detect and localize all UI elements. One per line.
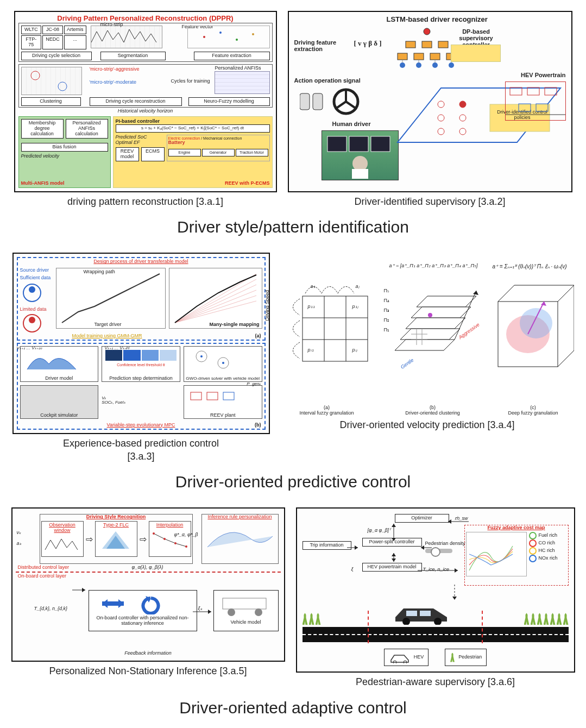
- caption-p3: Experience-based prediction control [3.a…: [63, 437, 219, 463]
- svg-point-2: [236, 39, 238, 41]
- panel-pedestrian: Optimizer ṁ_sw [φ_α φ_β]ᵀ Trip informati…: [296, 507, 575, 688]
- svg-point-5: [58, 82, 67, 91]
- svg-point-13: [424, 28, 430, 35]
- trip-box: Trip information: [303, 541, 351, 550]
- svg-line-84: [558, 350, 574, 367]
- svg-marker-98: [102, 599, 108, 608]
- svg-point-3: [252, 33, 254, 35]
- fig-dppr: Driving Pattern Personalized Reconstruct…: [14, 11, 277, 192]
- svg-marker-73: [395, 340, 455, 350]
- multi-anfis-title: Multi-ANFIS model: [21, 181, 65, 186]
- pedestrians-left: [303, 613, 321, 625]
- mod-label: 'micro-strip'-moderate: [90, 80, 136, 85]
- svg-line-26: [336, 102, 346, 109]
- hev-legend: HEV: [414, 655, 424, 660]
- svg-point-59: [200, 355, 203, 357]
- lstm-title: LSTM-based driver recognizer: [387, 15, 488, 23]
- cockpit-box: Cockpit simulator: [21, 413, 98, 418]
- human-driver-label: Human driver: [332, 121, 371, 127]
- tdk-label: T_{d,k}, n_{d,k}: [34, 606, 68, 612]
- svg-point-80: [428, 313, 432, 317]
- road-icon: [303, 627, 569, 642]
- ecms-box: ECMS: [141, 147, 165, 161]
- pedestrians-right: [524, 613, 569, 625]
- phi-star: φ*_α, φ*_β: [174, 532, 198, 538]
- aplus-sum: a⁺ = Σₙ₌₁ᴮ (θₙ(v))ᵀ Πₙ ε̂ₙ · ωₙ(v): [493, 263, 567, 269]
- svg-line-52: [175, 279, 256, 323]
- hev-legend-icon: [389, 651, 411, 663]
- svg-point-38: [459, 115, 466, 121]
- panel-supervisory: LSTM-based driver recognizer Driving fea…: [288, 11, 572, 208]
- svg-marker-75: [473, 291, 478, 295]
- reev-pecms-title: REEV with P-ECMS: [225, 181, 270, 186]
- svg-marker-106: [208, 610, 211, 614]
- svg-marker-111: [355, 545, 358, 550]
- many-single: Many-single mapping: [209, 322, 259, 328]
- ab-b: (b): [255, 423, 261, 428]
- vehicle-model-icon: [216, 592, 276, 618]
- rule-label: Inference rule personalization: [202, 514, 278, 520]
- label-driving-cycle-selection: Driving cycle selection: [21, 52, 92, 60]
- hev-label: HEV Powertrain: [521, 72, 566, 78]
- svg-marker-70: [411, 307, 471, 318]
- cycle-more: ...: [64, 35, 86, 49]
- svg-marker-116: [392, 558, 396, 562]
- label-feature-extraction: Feature extraction: [194, 52, 270, 60]
- svg-marker-118: [448, 519, 451, 524]
- sub-c-label: Deep fuzzy granulation: [493, 411, 574, 416]
- svg-marker-115: [392, 553, 396, 556]
- svg-marker-122: [452, 597, 457, 600]
- svg-line-51: [175, 274, 256, 323]
- svg-rect-123: [406, 611, 417, 616]
- aplus-eq: a⁺ = [a⁺_Π₁ a⁺_Π₂ a⁺_Π₃ a⁺_Π₄ a⁺_Π₅]: [389, 263, 478, 269]
- gwo-box: GWO-driven solver with vehicle model: [184, 376, 262, 381]
- svg-marker-113: [421, 545, 424, 550]
- pi-equation: s = s₀ + Kₚ(SoC* − SoC_ref) + Kᵢ∫(SoC* −…: [116, 124, 270, 133]
- cycles-training: Cycles for training: [171, 79, 210, 84]
- sym-soc: SOCₖ, Fuelₖ: [102, 400, 180, 405]
- svg-rect-124: [420, 611, 431, 616]
- feedback-label: Feedback information: [12, 651, 284, 656]
- phi-lambda: φ_α(λ), φ_β(λ): [132, 565, 163, 570]
- action-label: Action operation signal: [294, 77, 361, 84]
- svg-rect-44: [519, 104, 531, 111]
- svg-line-27: [346, 102, 356, 109]
- design-title: Design process of driver transferable mo…: [18, 259, 264, 265]
- pedestrian-legend-icon: [450, 652, 455, 662]
- section-3-title: Driver-oriented adaptive control: [11, 699, 575, 717]
- source-driver: Source driver: [20, 268, 49, 273]
- svg-rect-45: [536, 104, 548, 111]
- label-segmentation: Segmentation: [100, 52, 166, 60]
- svg-rect-42: [527, 87, 539, 95]
- svg-rect-7: [414, 53, 424, 60]
- reev-model: REEV model: [116, 147, 139, 161]
- driver-icon-2: [21, 312, 43, 334]
- svg-rect-23: [313, 93, 323, 110]
- driving-speed-ylabel: Driving Speed: [265, 290, 270, 321]
- sym-pg: P_genₖ: [247, 382, 261, 387]
- cube-icon: [493, 280, 574, 378]
- interp-label: Interpolation: [150, 523, 190, 528]
- obs-label: Observation window: [43, 523, 82, 534]
- svg-rect-10: [406, 41, 415, 48]
- driver-icon: [21, 282, 43, 304]
- label-clustering: Clustering: [21, 97, 81, 106]
- svg-point-39: [459, 128, 466, 135]
- agg-label: 'micro-strip'-aggressive: [90, 67, 140, 72]
- mpc-title: Variable-step evolutionary MPC: [18, 423, 264, 428]
- phi-label: [φ_α φ_β]ᵀ: [368, 528, 391, 534]
- anfis-label: Personalized ANFISs: [215, 66, 261, 71]
- label-reconstruction: Driving cycle reconstruction: [90, 97, 182, 106]
- ab-a: (a): [255, 334, 261, 339]
- anfis-calc: Personalized ANFISs calculation: [66, 119, 108, 139]
- opt-ef: Optimal EF: [116, 140, 165, 146]
- svg-rect-29: [349, 136, 368, 152]
- svg-marker-69: [417, 296, 476, 307]
- svg-marker-104: [82, 588, 85, 592]
- cycle-jc08: JC-08: [42, 26, 63, 34]
- svg-rect-22: [300, 93, 310, 110]
- limited: Limited data: [20, 307, 47, 312]
- svg-rect-28: [327, 136, 346, 152]
- svg-point-31: [352, 156, 368, 171]
- caption-p2: Driver-identified supervisory [3.a.2]: [354, 196, 505, 208]
